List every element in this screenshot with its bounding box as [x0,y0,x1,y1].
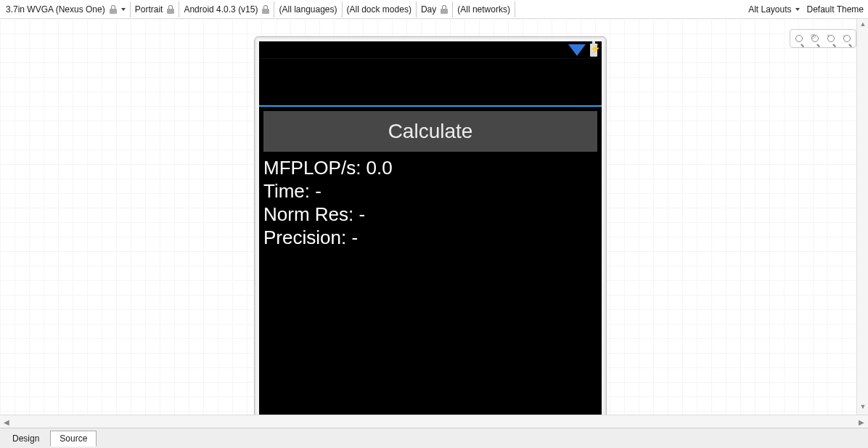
tab-design[interactable]: Design [3,431,49,447]
daynight-selector[interactable]: Day [417,1,453,17]
scroll-up-arrow-icon[interactable]: ▲ [859,20,867,30]
lock-icon [262,5,269,14]
alt-layouts-label: Alt Layouts [748,4,791,15]
device-selector[interactable]: 3.7in WVGA (Nexus One) [1,1,131,17]
device-screen: Calculate MFPLOP/s: 0.0 Time: - Norm Res… [259,41,602,415]
layout-config-bar: 3.7in WVGA (Nexus One) Portrait Android … [0,0,868,19]
android-action-bar [259,59,602,107]
scroll-left-arrow-icon[interactable]: ◀ [1,417,12,427]
zoom-toolbar: ◎ + − [790,29,856,48]
lock-icon [441,5,448,14]
orientation-selector[interactable]: Portrait [131,1,180,17]
signal-icon [568,44,586,56]
lock-icon [167,5,174,14]
layout-canvas: ◎ + − Calculate MFPLOP/s: 0.0 Time: - No… [0,19,868,415]
mflops-text: MFPLOP/s: 0.0 [263,156,597,179]
zoom-out-button[interactable]: − [840,31,854,46]
theme-dropdown[interactable]: Default Theme [807,4,864,15]
results-panel: MFPLOP/s: 0.0 Time: - Norm Res: - Precis… [263,152,597,249]
chevron-down-icon [121,8,126,11]
alt-layouts-dropdown[interactable]: Alt Layouts [748,4,799,15]
device-label: 3.7in WVGA (Nexus One) [6,4,105,15]
zoom-in-button[interactable]: + [824,31,838,46]
zoom-reset-button[interactable] [792,31,806,46]
calculate-button[interactable]: Calculate [263,111,597,152]
orientation-label: Portrait [135,4,163,15]
scroll-down-arrow-icon[interactable]: ▼ [859,403,867,413]
normres-text: Norm Res: - [263,203,597,226]
battery-charging-icon [590,44,597,57]
precision-text: Precision: - [263,226,597,249]
editor-tabs: Design Source [0,428,868,448]
languages-label: (All languages) [279,4,337,15]
zoom-fit-button[interactable]: ◎ [808,31,822,46]
chevron-down-icon [795,8,800,11]
device-frame: Calculate MFPLOP/s: 0.0 Time: - Norm Res… [254,36,607,415]
tab-source[interactable]: Source [50,431,97,447]
dock-label: (All dock modes) [347,4,412,15]
app-content: Calculate MFPLOP/s: 0.0 Time: - Norm Res… [259,107,602,253]
dock-selector[interactable]: (All dock modes) [343,1,417,17]
networks-label: (All networks) [457,4,510,15]
android-status-bar [259,41,602,59]
daynight-label: Day [421,4,436,15]
api-label: Android 4.0.3 (v15) [184,4,258,15]
api-selector[interactable]: Android 4.0.3 (v15) [179,1,274,17]
networks-selector[interactable]: (All networks) [453,1,515,17]
theme-label: Default Theme [807,4,864,15]
horizontal-scrollbar[interactable]: ◀ ▶ [0,415,868,428]
scroll-right-arrow-icon[interactable]: ▶ [856,417,867,427]
time-text: Time: - [263,179,597,203]
vertical-scrollbar[interactable]: ▲ ▼ [856,19,868,415]
lock-icon [110,5,117,14]
languages-selector[interactable]: (All languages) [274,1,342,17]
